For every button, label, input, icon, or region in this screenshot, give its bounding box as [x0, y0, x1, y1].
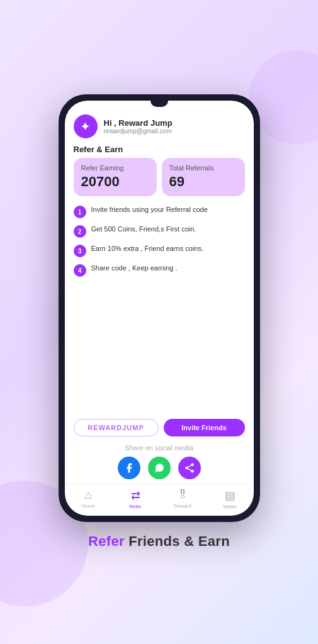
user-email: rewardjump@gmail.com: [104, 128, 173, 135]
share-icon[interactable]: [178, 457, 201, 479]
wallet-nav-icon: ▤: [225, 489, 236, 502]
svg-point-1: [185, 467, 188, 470]
whatsapp-icon[interactable]: [148, 457, 171, 479]
refer-nav-label: Refer: [129, 504, 142, 509]
stats-row: Refer Earning 20700 Total Referrals 69: [65, 158, 254, 196]
step-number: 3: [74, 245, 86, 257]
avatar: ✦: [74, 114, 98, 138]
referral-code[interactable]: REWARDJUMP: [74, 419, 159, 436]
user-icon: ✦: [80, 120, 91, 133]
step-number: 1: [74, 206, 86, 218]
nav-item-home[interactable]: ⌂ Home: [65, 489, 112, 509]
reward-nav-label: Reward: [174, 503, 191, 509]
svg-line-3: [188, 469, 191, 470]
step-text: Earn 10% extra , Friend earns coins.: [91, 244, 204, 253]
steps-list: 1 Invite friends using your Referral cod…: [65, 203, 254, 414]
refer-nav-icon: ⇄: [131, 489, 140, 502]
social-label: Share on social media: [74, 444, 245, 452]
bottom-nav: ⌂ Home ⇄ Refer 🎖 Reward ▤ Wallet: [65, 484, 254, 516]
nav-item-reward[interactable]: 🎖 Reward: [159, 489, 207, 509]
screen-content: ✦ Hi , Reward Jump rewardjump@gmail.com …: [65, 101, 254, 516]
refer-earning-card: Refer Earning 20700: [74, 158, 157, 196]
home-nav-icon: ⌂: [85, 489, 92, 502]
refer-earning-label: Refer Earning: [81, 164, 149, 172]
phone-frame: ✦ Hi , Reward Jump rewardjump@gmail.com …: [59, 94, 260, 522]
phone-screen: ✦ Hi , Reward Jump rewardjump@gmail.com …: [65, 101, 254, 516]
list-item: 3 Earn 10% extra , Friend earns coins.: [74, 244, 245, 257]
header-text: Hi , Reward Jump rewardjump@gmail.com: [104, 118, 173, 135]
svg-point-2: [191, 470, 194, 473]
step-text: Get 500 Coins, Friend,s First coin.: [91, 225, 196, 234]
step-text: Share code , Keep earning .: [91, 264, 178, 273]
wallet-nav-label: Wallet: [223, 504, 237, 509]
refer-earning-value: 20700: [81, 174, 149, 190]
section-title: Refer & Earn: [65, 142, 254, 158]
svg-point-0: [191, 464, 194, 467]
action-row: REWARDJUMP Invite Friends: [65, 414, 254, 441]
facebook-icon[interactable]: [118, 457, 140, 479]
tagline-rest: Friends & Earn: [125, 533, 230, 549]
step-number: 2: [74, 225, 86, 238]
step-number: 4: [74, 264, 86, 277]
total-referrals-label: Total Referrals: [169, 164, 237, 172]
nav-item-wallet[interactable]: ▤ Wallet: [207, 489, 254, 509]
total-referrals-card: Total Referrals 69: [162, 158, 245, 196]
social-section: Share on social media: [65, 441, 254, 484]
social-icons-row: [74, 457, 245, 479]
user-name: Hi , Reward Jump: [104, 118, 173, 128]
svg-line-4: [188, 465, 191, 467]
nav-item-refer[interactable]: ⇄ Refer: [112, 489, 159, 509]
list-item: 1 Invite friends using your Referral cod…: [74, 205, 245, 218]
list-item: 4 Share code , Keep earning .: [74, 264, 245, 277]
list-item: 2 Get 500 Coins, Friend,s First coin.: [74, 225, 245, 238]
home-nav-label: Home: [81, 503, 94, 509]
tagline-highlight: Refer: [88, 533, 125, 549]
step-text: Invite friends using your Referral code: [91, 205, 208, 214]
header: ✦ Hi , Reward Jump rewardjump@gmail.com: [65, 109, 254, 142]
reward-nav-icon: 🎖: [177, 489, 188, 502]
tagline: Refer Friends & Earn: [88, 533, 230, 550]
invite-friends-button[interactable]: Invite Friends: [164, 419, 245, 436]
total-referrals-value: 69: [169, 174, 237, 190]
